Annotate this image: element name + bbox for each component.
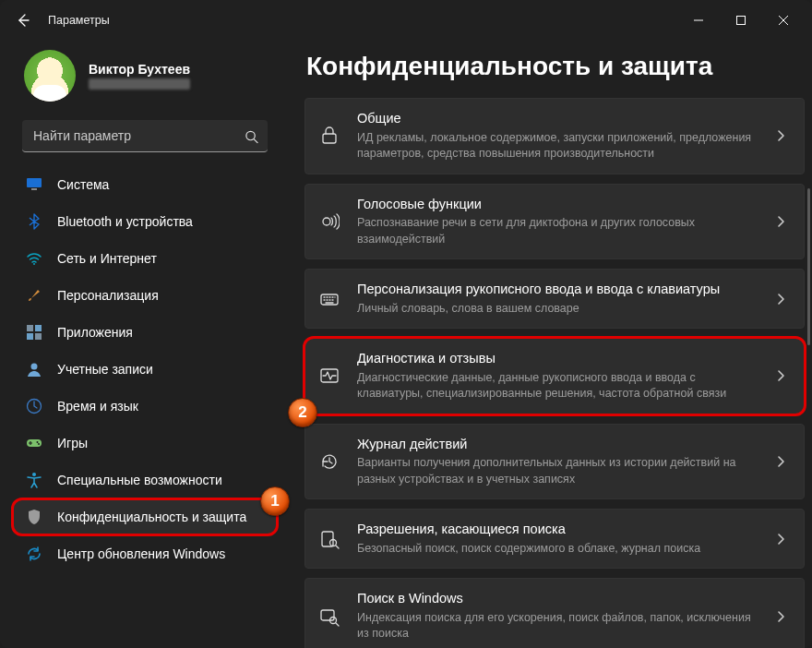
settings-card-6[interactable]: Поиск в Windows Индексация поиска для ег… (304, 578, 805, 648)
close-button[interactable] (762, 6, 805, 35)
account-block[interactable]: Виктор Бухтеев (9, 44, 281, 116)
svg-point-12 (37, 441, 39, 443)
pulse-icon (318, 365, 340, 387)
page-title: Конфиденциальность и защита (306, 52, 805, 81)
card-title: Общие (357, 110, 759, 128)
chevron-right-icon (776, 455, 791, 468)
chevron-right-icon (776, 533, 791, 546)
settings-card-3[interactable]: Диагностика и отзывы Диагностические дан… (304, 338, 805, 414)
bluetooth-icon (26, 213, 42, 230)
chevron-right-icon (776, 293, 791, 306)
clock-globe-icon (26, 398, 42, 414)
update-icon (26, 546, 42, 562)
window-title: Параметры (48, 14, 677, 27)
sidebar-item-9[interactable]: Конфиденциальность и защита (13, 499, 277, 534)
voice-icon (318, 210, 340, 233)
search-box[interactable] (22, 120, 268, 152)
card-title: Диагностика и отзывы (357, 350, 759, 368)
account-email (89, 78, 190, 90)
sidebar-item-label: Сеть и Интернет (57, 251, 157, 266)
search-input[interactable] (22, 120, 268, 152)
card-title: Разрешения, касающиеся поиска (357, 521, 759, 539)
sidebar-item-label: Центр обновления Windows (57, 546, 225, 561)
chevron-right-icon (776, 610, 791, 623)
sidebar-item-6[interactable]: Время и язык (13, 389, 277, 424)
minimize-button[interactable] (677, 6, 720, 35)
sidebar-item-label: Учетные записи (57, 362, 153, 377)
svg-rect-5 (27, 325, 33, 331)
svg-rect-19 (322, 532, 333, 546)
sidebar-item-1[interactable]: Bluetooth и устройства (13, 204, 277, 239)
search-doc-icon (318, 528, 340, 550)
sidebar-item-label: Специальные возможности (57, 473, 222, 487)
card-desc: ИД рекламы, локальное содержимое, запуск… (357, 130, 759, 162)
chevron-right-icon (776, 215, 791, 228)
svg-point-16 (323, 218, 330, 225)
keyboard-icon (318, 288, 340, 310)
settings-card-1[interactable]: Голосовые функции Распознавание речи в с… (304, 184, 805, 260)
back-button[interactable] (7, 5, 39, 36)
card-desc: Диагностические данные, данные рукописно… (357, 370, 759, 402)
sidebar-item-3[interactable]: Персонализация (13, 278, 277, 313)
svg-rect-7 (27, 333, 33, 340)
card-title: Поиск в Windows (357, 590, 759, 608)
svg-point-14 (32, 473, 36, 476)
shield-icon (26, 509, 42, 525)
brush-icon (26, 287, 42, 304)
sidebar-item-label: Игры (57, 436, 88, 450)
wifi-icon (26, 250, 42, 267)
minimize-icon (694, 16, 703, 25)
maximize-button[interactable] (720, 6, 762, 35)
settings-card-2[interactable]: Персонализация рукописного ввода и ввода… (304, 269, 805, 329)
svg-point-1 (246, 131, 255, 139)
card-title: Журнал действий (357, 436, 759, 454)
search-win-icon (318, 606, 340, 628)
settings-card-5[interactable]: Разрешения, касающиеся поиска Безопасный… (304, 509, 805, 569)
card-desc: Индексация поиска для его ускорения, пои… (357, 610, 759, 642)
svg-rect-2 (27, 178, 42, 187)
lock-icon (318, 125, 340, 147)
search-icon (245, 129, 258, 143)
card-desc: Варианты получения дополнительных данных… (357, 455, 759, 487)
svg-rect-8 (35, 333, 42, 340)
sidebar-item-label: Конфиденциальность и защита (57, 510, 246, 524)
sidebar-item-label: Время и язык (57, 399, 138, 414)
monitor-icon (26, 176, 42, 193)
card-desc: Безопасный поиск, поиск содержимого в об… (357, 541, 759, 558)
settings-card-4[interactable]: Журнал действий Варианты получения допол… (304, 424, 805, 500)
svg-rect-21 (321, 610, 334, 620)
chevron-right-icon (776, 369, 791, 382)
sidebar-item-7[interactable]: Игры (13, 426, 277, 461)
annotation-badge-1: 1 (260, 486, 290, 516)
settings-card-0[interactable]: Общие ИД рекламы, локальное содержимое, … (304, 98, 805, 174)
close-icon (779, 16, 788, 25)
annotation-badge-2: 2 (288, 398, 317, 427)
svg-rect-15 (323, 134, 336, 143)
card-desc: Личный словарь, слова в вашем словаре (357, 301, 759, 318)
card-title: Голосовые функции (357, 196, 759, 214)
svg-point-9 (31, 364, 38, 370)
accessibility-icon (26, 472, 42, 488)
card-title: Персонализация рукописного ввода и ввода… (357, 281, 759, 299)
card-desc: Распознавание речи в сети для диктофона … (357, 215, 759, 247)
back-arrow-icon (16, 13, 30, 28)
sidebar-item-label: Персонализация (57, 288, 159, 303)
chevron-right-icon (776, 129, 791, 142)
svg-rect-3 (31, 188, 37, 190)
sidebar-item-2[interactable]: Сеть и Интернет (13, 241, 277, 276)
svg-rect-0 (737, 17, 746, 25)
user-icon (26, 361, 42, 378)
svg-rect-6 (35, 325, 42, 331)
history-icon (318, 450, 340, 473)
sidebar-nav: Система Bluetooth и устройства Сеть и Ин… (9, 163, 281, 575)
avatar (24, 50, 76, 102)
sidebar-item-0[interactable]: Система (13, 167, 277, 202)
sidebar-item-label: Приложения (57, 325, 133, 340)
sidebar-item-5[interactable]: Учетные записи (13, 352, 277, 387)
svg-point-13 (38, 443, 40, 445)
sidebar-item-4[interactable]: Приложения (13, 315, 277, 350)
scrollbar-thumb[interactable] (807, 188, 810, 345)
sidebar-item-8[interactable]: Специальные возможности (13, 462, 277, 498)
maximize-icon (736, 16, 746, 25)
sidebar-item-10[interactable]: Центр обновления Windows (13, 536, 277, 571)
